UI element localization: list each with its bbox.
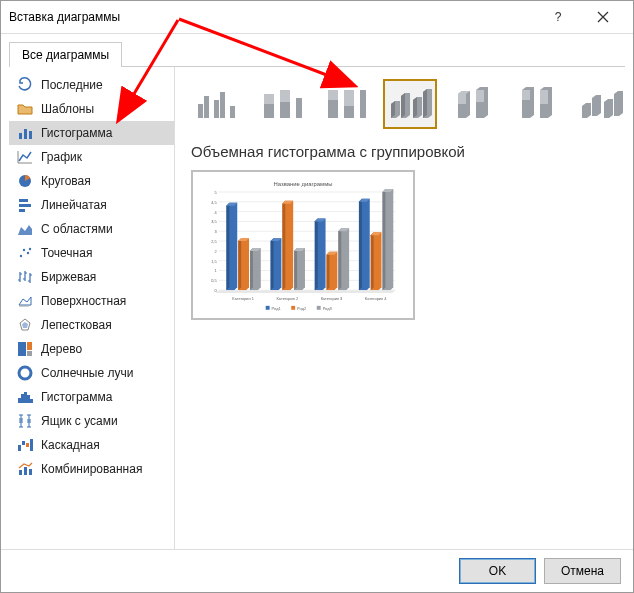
content-pane: Объемная гистограмма с группировкой Назв… [175, 67, 625, 549]
sidebar-item-label: Биржевая [41, 270, 96, 284]
sidebar-item-boxwhisker[interactable]: Ящик с усами [9, 409, 174, 433]
svg-text:Ряд1: Ряд1 [272, 306, 281, 311]
sidebar-item-templates[interactable]: Шаблоны [9, 97, 174, 121]
sidebar-item-combo[interactable]: Комбинированная [9, 457, 174, 481]
sidebar-item-waterfall[interactable]: Каскадная [9, 433, 174, 457]
tab-label: Все диаграммы [22, 48, 109, 62]
sidebar-item-label: С областями [41, 222, 113, 236]
histogram-icon [17, 389, 33, 405]
sidebar-item-stock[interactable]: Биржевая [9, 265, 174, 289]
sidebar-item-column[interactable]: Гистограмма [9, 121, 174, 145]
chart-subtype-row [191, 79, 609, 129]
box-whisker-icon [17, 413, 33, 429]
svg-rect-30 [19, 470, 22, 475]
button-label: OK [489, 564, 506, 578]
subtype-clustered-column[interactable] [191, 80, 243, 128]
svg-rect-16 [27, 351, 32, 356]
svg-text:5: 5 [214, 190, 217, 195]
svg-text:3,5: 3,5 [211, 219, 217, 224]
subtype-100-stacked-column[interactable] [319, 80, 371, 128]
sidebar-item-radar[interactable]: Лепестковая [9, 313, 174, 337]
close-button[interactable] [580, 1, 625, 33]
tab-all-charts[interactable]: Все диаграммы [9, 42, 122, 67]
svg-text:Ряд2: Ряд2 [297, 306, 306, 311]
subtype-3d-stacked-column[interactable] [449, 80, 501, 128]
radar-chart-icon [17, 317, 33, 333]
sidebar-item-label: Каскадная [41, 438, 100, 452]
sidebar-item-sunburst[interactable]: Солнечные лучи [9, 361, 174, 385]
svg-rect-3 [29, 131, 32, 139]
svg-rect-41 [280, 90, 290, 102]
sidebar-item-area[interactable]: С областями [9, 217, 174, 241]
sidebar-item-label: Ящик с усами [41, 414, 118, 428]
subtype-3d-column[interactable] [577, 80, 625, 128]
subtype-3d-clustered-column[interactable] [383, 79, 437, 129]
scatter-chart-icon [17, 245, 33, 261]
cancel-button[interactable]: Отмена [544, 558, 621, 584]
svg-text:1: 1 [214, 268, 216, 273]
sunburst-icon [17, 365, 33, 381]
insert-chart-dialog: Вставка диаграммы ? Все диаграммы Послед… [0, 0, 634, 593]
sidebar-item-label: Дерево [41, 342, 82, 356]
svg-rect-33 [198, 104, 203, 118]
column-chart-icon [17, 125, 33, 141]
svg-text:2,5: 2,5 [211, 239, 217, 244]
sidebar-item-label: Гистограмма [41, 126, 112, 140]
sidebar-item-label: График [41, 150, 82, 164]
svg-text:Категория 2: Категория 2 [277, 296, 299, 301]
svg-rect-79 [317, 306, 321, 310]
svg-rect-20 [21, 394, 24, 403]
chart-preview[interactable]: Название диаграммы [191, 170, 415, 320]
sidebar-item-line[interactable]: График [9, 145, 174, 169]
svg-rect-37 [230, 106, 235, 118]
stacked-column-icon [258, 86, 304, 122]
svg-text:4: 4 [214, 210, 217, 215]
svg-text:Ряд3: Ряд3 [323, 306, 332, 311]
sidebar-item-histogram[interactable]: Гистограмма [9, 385, 174, 409]
stacked100-column-icon [322, 86, 368, 122]
svg-text:Категория 4: Категория 4 [365, 296, 387, 301]
sidebar-item-bar[interactable]: Линейчатая [9, 193, 174, 217]
svg-text:Категория 1: Категория 1 [232, 296, 254, 301]
sidebar-item-scatter[interactable]: Точечная [9, 241, 174, 265]
svg-point-11 [29, 248, 31, 250]
svg-text:3: 3 [214, 229, 216, 234]
svg-rect-25 [27, 419, 31, 423]
svg-marker-13 [22, 322, 28, 328]
svg-rect-5 [19, 199, 28, 202]
surface-chart-icon [17, 293, 33, 309]
svg-rect-36 [220, 92, 225, 118]
sidebar-item-label: Комбинированная [41, 462, 142, 476]
sidebar-item-treemap[interactable]: Дерево [9, 337, 174, 361]
chart-category-sidebar: Последние Шаблоны Гистограмма График Кру… [9, 67, 175, 549]
svg-rect-22 [27, 395, 30, 403]
svg-rect-29 [30, 439, 33, 451]
ok-button[interactable]: OK [459, 558, 536, 584]
stock-chart-icon [17, 269, 33, 285]
recent-icon [17, 77, 33, 93]
svg-rect-27 [22, 441, 25, 445]
subtype-3d-100-stacked-column[interactable] [513, 80, 565, 128]
svg-text:4,5: 4,5 [211, 200, 217, 205]
svg-rect-46 [344, 90, 354, 106]
svg-rect-77 [291, 306, 295, 310]
titlebar: Вставка диаграммы ? [1, 1, 633, 34]
window-title: Вставка диаграммы [9, 10, 535, 24]
area-chart-icon [17, 221, 33, 237]
3d-clustered-column-icon [387, 86, 433, 122]
svg-rect-28 [26, 443, 29, 447]
sidebar-item-surface[interactable]: Поверхностная [9, 289, 174, 313]
svg-text:?: ? [554, 10, 561, 24]
help-icon: ? [551, 10, 565, 24]
close-icon [597, 11, 609, 23]
help-button[interactable]: ? [535, 1, 580, 33]
subtype-stacked-column[interactable] [255, 80, 307, 128]
svg-rect-2 [24, 129, 27, 139]
sidebar-item-recent[interactable]: Последние [9, 73, 174, 97]
svg-point-9 [23, 249, 25, 251]
svg-rect-6 [19, 204, 31, 207]
clustered-column-icon [194, 86, 240, 122]
sidebar-item-label: Гистограмма [41, 390, 112, 404]
svg-rect-35 [214, 100, 219, 118]
sidebar-item-pie[interactable]: Круговая [9, 169, 174, 193]
